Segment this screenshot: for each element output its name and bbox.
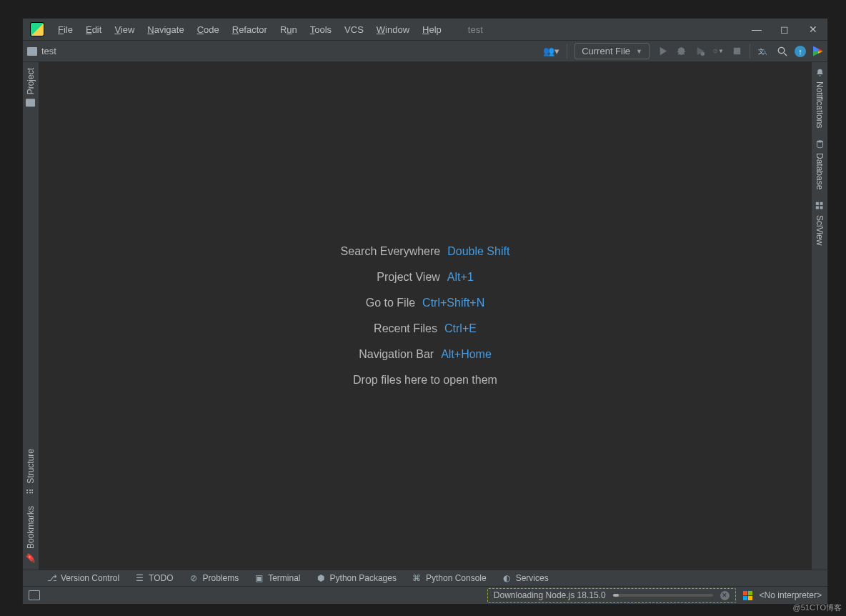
stop-button[interactable]: [731, 46, 742, 57]
packages-icon: ⬢: [317, 574, 326, 583]
tool-database[interactable]: Database: [813, 134, 826, 195]
jetbrains-toolbox-icon[interactable]: [813, 46, 823, 56]
left-tool-stripe: Project ⠿Structure 🔖Bookmarks: [23, 62, 39, 570]
tab-terminal[interactable]: ▣Terminal: [254, 573, 300, 583]
svg-rect-8: [815, 202, 818, 205]
ide-window: File Edit View Navigate Code Refactor Ru…: [22, 18, 828, 605]
svg-line-6: [784, 53, 787, 56]
download-label: Downloading Node.js 18.15.0: [494, 590, 606, 600]
chevron-down-icon: ▼: [636, 48, 642, 55]
shortcut: Alt+Home: [441, 348, 492, 361]
bottom-tool-tabs: ⎇Version Control ☰TODO ⊘Problems ▣Termin…: [23, 570, 827, 586]
folder-icon: [26, 99, 36, 106]
todo-icon: ☰: [135, 574, 144, 583]
svg-rect-9: [820, 202, 822, 205]
svg-point-7: [817, 141, 822, 143]
tab-todo[interactable]: ☰TODO: [135, 573, 173, 583]
tool-sciview[interactable]: SciView: [813, 196, 826, 251]
tab-services[interactable]: ◐Services: [502, 573, 549, 583]
pycharm-icon: [30, 22, 44, 36]
services-icon: ◐: [502, 574, 512, 583]
menu-tools[interactable]: Tools: [304, 21, 338, 38]
menu-navigate[interactable]: Navigate: [141, 21, 190, 38]
shortcut: Ctrl+Shift+N: [422, 297, 484, 309]
bell-icon: [815, 68, 825, 77]
tip-project-view: Project ViewAlt+1: [377, 271, 474, 284]
tool-bookmarks[interactable]: 🔖Bookmarks: [24, 500, 37, 570]
drop-hint: Drop files here to open them: [353, 374, 497, 387]
svg-rect-2: [733, 48, 740, 54]
menu-view[interactable]: View: [108, 21, 141, 38]
interpreter-selector[interactable]: <No interpreter>: [760, 590, 822, 600]
grid-icon: [815, 202, 825, 211]
breadcrumb-project[interactable]: test: [41, 46, 56, 56]
shortcut: Ctrl+E: [444, 322, 477, 335]
search-icon[interactable]: [776, 46, 787, 57]
tool-structure[interactable]: ⠿Structure: [24, 443, 37, 500]
structure-icon: ⠿: [26, 488, 36, 495]
navigation-toolbar: test 👥▾ Current File ▼ ▼ 文A ↑: [23, 40, 827, 62]
tip-go-to-file: Go to FileCtrl+Shift+N: [366, 297, 485, 309]
close-button[interactable]: ✕: [809, 24, 817, 35]
separator: [750, 44, 750, 59]
tip-recent-files: Recent FilesCtrl+E: [374, 322, 477, 335]
svg-text:A: A: [762, 49, 767, 56]
svg-rect-11: [820, 206, 822, 209]
tab-python-packages[interactable]: ⬢Python Packages: [317, 573, 397, 583]
minimize-button[interactable]: ―: [752, 24, 760, 35]
update-available-icon[interactable]: ↑: [795, 46, 806, 57]
watermark: @51CTO博客: [793, 602, 842, 613]
run-config-label: Current File: [582, 46, 630, 56]
run-config-selector[interactable]: Current File ▼: [574, 43, 650, 59]
bookmark-icon: 🔖: [26, 553, 36, 564]
database-icon: [815, 139, 825, 149]
window-title-project: test: [468, 24, 483, 35]
microsoft-defender-icon[interactable]: [743, 591, 752, 600]
menu-window[interactable]: Window: [370, 21, 416, 38]
tip-navigation-bar: Navigation BarAlt+Home: [359, 348, 492, 361]
menu-run[interactable]: Run: [274, 21, 304, 38]
shortcut: Double Shift: [447, 245, 509, 258]
run-coverage-button[interactable]: [694, 46, 705, 57]
tip-search-everywhere: Search EverywhereDouble Shift: [341, 245, 510, 258]
editor-empty-state[interactable]: Search EverywhereDouble Shift Project Vi…: [39, 62, 812, 570]
run-button[interactable]: [657, 46, 668, 57]
tool-project[interactable]: Project: [24, 62, 37, 112]
right-tool-stripe: Notifications Database SciView: [812, 62, 827, 570]
maximize-button[interactable]: ◻: [780, 24, 789, 35]
menu-code[interactable]: Code: [191, 21, 226, 38]
svg-rect-10: [815, 206, 818, 209]
tab-python-console[interactable]: ⌘Python Console: [412, 573, 487, 583]
terminal-icon: ▣: [254, 574, 264, 583]
cancel-download-icon[interactable]: ✕: [720, 591, 730, 600]
problems-icon: ⊘: [189, 574, 199, 583]
menu-refactor[interactable]: Refactor: [226, 21, 274, 38]
profile-button[interactable]: ▼: [712, 46, 724, 57]
progress-bar: [613, 594, 713, 597]
main-menu: File Edit View Navigate Code Refactor Ru…: [51, 21, 448, 38]
python-icon: ⌘: [412, 574, 422, 583]
tool-windows-toggle[interactable]: [29, 590, 40, 600]
translate-icon[interactable]: 文A: [757, 46, 769, 57]
menu-help[interactable]: Help: [416, 21, 448, 38]
menu-edit[interactable]: Edit: [79, 21, 108, 38]
code-with-me-icon[interactable]: 👥▾: [543, 46, 559, 56]
shortcut: Alt+1: [447, 271, 474, 284]
menu-vcs[interactable]: VCS: [338, 21, 370, 38]
tab-version-control[interactable]: ⎇Version Control: [47, 573, 119, 583]
svg-point-0: [700, 51, 705, 56]
project-folder-icon: [27, 47, 37, 56]
separator: [567, 44, 567, 59]
tab-problems[interactable]: ⊘Problems: [189, 573, 239, 583]
menu-file[interactable]: File: [51, 21, 79, 38]
tool-notifications[interactable]: Notifications: [813, 62, 826, 134]
svg-point-5: [778, 47, 784, 53]
vcs-icon: ⎇: [47, 574, 56, 583]
debug-button[interactable]: [675, 46, 687, 57]
titlebar: File Edit View Navigate Code Refactor Ru…: [23, 19, 827, 40]
main-body: Project ⠿Structure 🔖Bookmarks Search Eve…: [23, 62, 827, 570]
status-bar: Downloading Node.js 18.15.0 ✕ <No interp…: [23, 586, 827, 604]
download-progress[interactable]: Downloading Node.js 18.15.0 ✕: [487, 588, 736, 603]
